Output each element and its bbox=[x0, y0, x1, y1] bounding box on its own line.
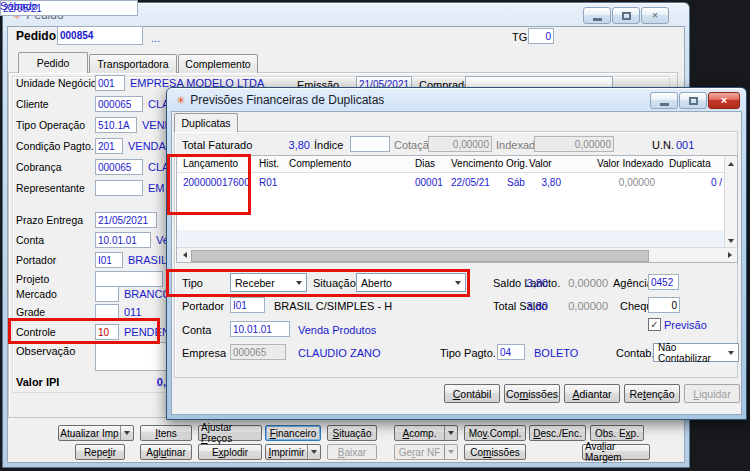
indice-label: Índice bbox=[314, 139, 343, 151]
tipo-pagto-label: Tipo Pagto. bbox=[440, 347, 496, 359]
previsao-checkbox[interactable]: ✓ bbox=[648, 318, 661, 331]
situacao-select[interactable]: Aberto bbox=[356, 273, 466, 292]
cell-lancamento[interactable]: 200000017600 bbox=[183, 177, 250, 188]
retencao-button[interactable]: Retenção bbox=[624, 384, 680, 403]
liquidar-button: Liquidar bbox=[684, 384, 740, 403]
scroll-left-icon[interactable] bbox=[178, 248, 191, 262]
total-faturado-label: Total Faturado bbox=[182, 139, 252, 151]
col-header-duplicata[interactable]: Duplicata bbox=[669, 158, 711, 169]
contab-select[interactable]: Não Contabilizar bbox=[653, 343, 739, 362]
comissoes-dialog-button[interactable]: Comissões bbox=[504, 384, 560, 403]
table-row-stripe bbox=[177, 230, 724, 247]
empresa-desc: CLAUDIO ZANO bbox=[298, 347, 381, 359]
col-header-valor[interactable]: Valor bbox=[529, 158, 552, 169]
combo-arrow-icon bbox=[296, 281, 302, 285]
scroll-right-icon[interactable] bbox=[723, 248, 736, 262]
cell-valor[interactable]: 3,80 bbox=[517, 177, 561, 188]
cell-dias[interactable]: 00001 bbox=[415, 177, 443, 188]
cotacao-input bbox=[428, 136, 492, 152]
cell-vencimento[interactable]: 22/05/21 bbox=[451, 177, 490, 188]
col-header-dias[interactable]: Dias bbox=[415, 158, 435, 169]
un-label: U.N. bbox=[652, 139, 674, 151]
scroll-up-icon[interactable] bbox=[725, 157, 737, 170]
table-horizontal-scrollbar[interactable] bbox=[177, 247, 737, 262]
total-saldo-indexado-value: 0,00000 bbox=[566, 300, 608, 312]
empresa-input bbox=[230, 344, 286, 360]
vencto-weekday: Sábado bbox=[0, 0, 38, 12]
total-saldo-value: 3,80 bbox=[506, 300, 548, 312]
indexado-input bbox=[534, 136, 614, 152]
un-value: 001 bbox=[676, 139, 694, 151]
portador-dialog-input[interactable] bbox=[230, 297, 265, 313]
col-header-valor-indexado[interactable]: Valor Indexado bbox=[597, 158, 664, 169]
saldo-lancto-value: 3,80 bbox=[506, 277, 548, 289]
col-header-lancamento[interactable]: Lançamento bbox=[183, 158, 238, 169]
conta-desc: Venda Produtos bbox=[298, 324, 376, 336]
tipo-pagto-input[interactable] bbox=[497, 344, 525, 360]
scroll-down-icon[interactable] bbox=[725, 234, 737, 247]
conta-dialog-label: Conta bbox=[182, 324, 211, 336]
conta-dialog-input[interactable] bbox=[230, 321, 290, 337]
contab-label: Contab. bbox=[616, 347, 655, 359]
previsao-label: Previsão bbox=[664, 319, 707, 331]
table-vertical-scrollbar[interactable] bbox=[724, 156, 737, 248]
contabil-button[interactable]: Contábil bbox=[444, 384, 500, 403]
portador-label: Portador bbox=[182, 300, 224, 312]
cell-valor-indexado[interactable]: 0,00000 bbox=[597, 177, 655, 188]
tipo-select[interactable]: Receber bbox=[230, 273, 307, 292]
duplicatas-table: Lançamento Hist. Complemento Dias Vencim… bbox=[176, 155, 738, 263]
situacao-label: Situação bbox=[313, 277, 356, 289]
empresa-label: Empresa bbox=[182, 347, 226, 359]
cell-hist[interactable]: R01 bbox=[259, 177, 277, 188]
col-header-complemento[interactable]: Complemento bbox=[289, 158, 351, 169]
adiantar-button[interactable]: Adiantar bbox=[564, 384, 620, 403]
scrollbar-thumb[interactable] bbox=[191, 250, 649, 262]
checkbox-check-icon: ✓ bbox=[650, 320, 658, 330]
agencia-input[interactable] bbox=[648, 274, 679, 290]
cheque-input[interactable] bbox=[648, 297, 680, 313]
agencia-label: Agência bbox=[613, 277, 653, 289]
col-header-hist[interactable]: Hist. bbox=[259, 158, 279, 169]
total-faturado-value: 3,80 bbox=[266, 139, 310, 151]
tipo-label: Tipo bbox=[182, 277, 203, 289]
cell-duplicata[interactable]: 0 / bbox=[672, 177, 722, 188]
saldo-lancto-indexado-value: 0,00000 bbox=[566, 277, 608, 289]
tab-duplicatas[interactable]: Duplicatas bbox=[174, 113, 238, 132]
col-header-vencimento-orig[interactable]: Vencimento Orig. bbox=[451, 158, 528, 169]
indice-input[interactable] bbox=[350, 136, 390, 152]
combo-arrow-icon bbox=[728, 351, 734, 355]
tipo-pagto-desc: BOLETO bbox=[534, 347, 578, 359]
portador-desc: BRASIL C/SIMPLES - H bbox=[274, 300, 392, 312]
combo-arrow-icon bbox=[455, 281, 461, 285]
